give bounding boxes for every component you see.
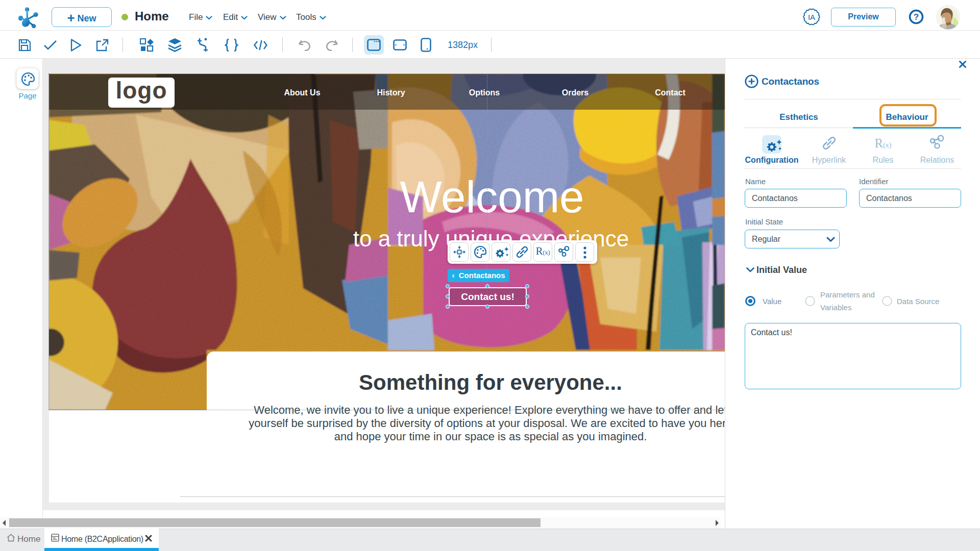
svg-text:?: ? xyxy=(914,12,919,22)
svg-text:IA: IA xyxy=(808,13,815,21)
